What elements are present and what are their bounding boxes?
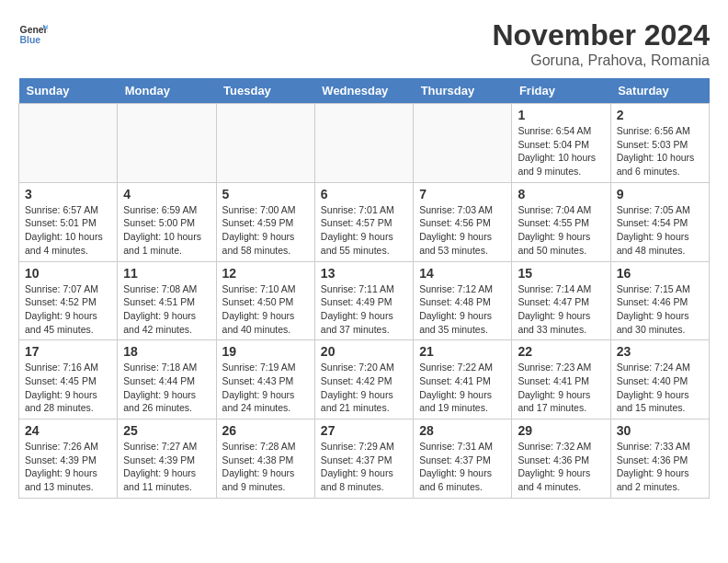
day-info: Sunrise: 7:05 AM Sunset: 4:54 PM Dayligh… [617, 203, 703, 258]
day-info: Sunrise: 6:57 AM Sunset: 5:01 PM Dayligh… [25, 203, 111, 258]
day-info: Sunrise: 7:11 AM Sunset: 4:49 PM Dayligh… [321, 282, 407, 337]
day-info: Sunrise: 7:19 AM Sunset: 4:43 PM Dayligh… [222, 361, 309, 415]
calendar-week-row: 17Sunrise: 7:16 AM Sunset: 4:45 PM Dayli… [19, 340, 710, 419]
day-number: 3 [25, 187, 111, 201]
calendar-day-cell [118, 104, 216, 183]
calendar-day-cell [19, 104, 118, 183]
calendar-day-cell: 21Sunrise: 7:22 AM Sunset: 4:41 PM Dayli… [414, 340, 512, 419]
calendar-day-cell: 12Sunrise: 7:10 AM Sunset: 4:50 PM Dayli… [216, 261, 314, 340]
day-number: 16 [617, 266, 703, 281]
svg-text:Blue: Blue [20, 35, 41, 45]
calendar-day-cell: 19Sunrise: 7:19 AM Sunset: 4:43 PM Dayli… [216, 340, 314, 419]
day-info: Sunrise: 7:33 AM Sunset: 4:36 PM Dayligh… [617, 440, 703, 494]
day-number: 4 [123, 187, 210, 201]
day-number: 1 [518, 108, 604, 122]
page-header: General Blue November 2024 Goruna, Praho… [18, 18, 710, 69]
calendar-day-cell: 30Sunrise: 7:33 AM Sunset: 4:36 PM Dayli… [610, 419, 709, 499]
calendar-day-cell: 25Sunrise: 7:27 AM Sunset: 4:39 PM Dayli… [118, 419, 216, 499]
calendar-day-cell: 17Sunrise: 7:16 AM Sunset: 4:45 PM Dayli… [19, 340, 118, 419]
calendar-day-cell: 28Sunrise: 7:31 AM Sunset: 4:37 PM Dayli… [414, 419, 512, 499]
day-number: 10 [25, 266, 111, 281]
day-number: 19 [222, 344, 309, 359]
day-number: 15 [518, 266, 604, 281]
day-info: Sunrise: 7:18 AM Sunset: 4:44 PM Dayligh… [123, 361, 210, 415]
day-info: Sunrise: 7:07 AM Sunset: 4:52 PM Dayligh… [25, 282, 111, 337]
calendar-week-row: 10Sunrise: 7:07 AM Sunset: 4:52 PM Dayli… [19, 261, 710, 340]
title-area: November 2024 Goruna, Prahova, Romania [492, 18, 710, 69]
day-info: Sunrise: 7:20 AM Sunset: 4:42 PM Dayligh… [321, 361, 407, 415]
day-number: 2 [617, 108, 703, 122]
calendar-day-cell: 18Sunrise: 7:18 AM Sunset: 4:44 PM Dayli… [118, 340, 216, 419]
calendar-day-cell: 15Sunrise: 7:14 AM Sunset: 4:47 PM Dayli… [512, 261, 610, 340]
calendar-day-cell: 20Sunrise: 7:20 AM Sunset: 4:42 PM Dayli… [314, 340, 413, 419]
calendar-day-cell [216, 104, 314, 183]
calendar-day-cell: 14Sunrise: 7:12 AM Sunset: 4:48 PM Dayli… [414, 261, 512, 340]
day-info: Sunrise: 7:22 AM Sunset: 4:41 PM Dayligh… [419, 361, 506, 415]
day-info: Sunrise: 7:03 AM Sunset: 4:56 PM Dayligh… [419, 203, 506, 258]
day-number: 12 [222, 266, 309, 281]
day-number: 5 [222, 187, 309, 201]
day-number: 22 [518, 344, 604, 359]
calendar-week-row: 24Sunrise: 7:26 AM Sunset: 4:39 PM Dayli… [19, 419, 710, 499]
calendar-body: 1Sunrise: 6:54 AM Sunset: 5:04 PM Daylig… [19, 104, 710, 499]
calendar-day-cell: 13Sunrise: 7:11 AM Sunset: 4:49 PM Dayli… [314, 261, 413, 340]
day-info: Sunrise: 7:00 AM Sunset: 4:59 PM Dayligh… [222, 203, 309, 258]
day-info: Sunrise: 6:54 AM Sunset: 5:04 PM Dayligh… [518, 124, 604, 178]
day-info: Sunrise: 7:14 AM Sunset: 4:47 PM Dayligh… [518, 282, 604, 337]
day-number: 8 [518, 187, 604, 201]
calendar-day-cell: 10Sunrise: 7:07 AM Sunset: 4:52 PM Dayli… [19, 261, 118, 340]
day-info: Sunrise: 7:08 AM Sunset: 4:51 PM Dayligh… [123, 282, 210, 337]
day-info: Sunrise: 7:10 AM Sunset: 4:50 PM Dayligh… [222, 282, 309, 337]
calendar-day-cell: 26Sunrise: 7:28 AM Sunset: 4:38 PM Dayli… [216, 419, 314, 499]
weekday-header-cell: Friday [512, 78, 610, 104]
calendar-day-cell: 29Sunrise: 7:32 AM Sunset: 4:36 PM Dayli… [512, 419, 610, 499]
day-number: 13 [321, 266, 407, 281]
calendar-day-cell: 9Sunrise: 7:05 AM Sunset: 4:54 PM Daylig… [610, 182, 709, 261]
day-number: 7 [419, 187, 506, 201]
day-number: 21 [419, 344, 506, 359]
calendar-day-cell: 24Sunrise: 7:26 AM Sunset: 4:39 PM Dayli… [19, 419, 118, 499]
weekday-header-cell: Wednesday [314, 78, 413, 104]
day-info: Sunrise: 7:24 AM Sunset: 4:40 PM Dayligh… [617, 361, 703, 415]
logo-icon: General Blue [18, 18, 48, 48]
day-number: 17 [25, 344, 111, 359]
weekday-header-cell: Sunday [19, 78, 118, 104]
day-info: Sunrise: 6:59 AM Sunset: 5:00 PM Dayligh… [123, 203, 210, 258]
weekday-header-cell: Tuesday [216, 78, 314, 104]
day-number: 24 [25, 423, 111, 438]
day-number: 29 [518, 423, 604, 438]
calendar-day-cell: 8Sunrise: 7:04 AM Sunset: 4:55 PM Daylig… [512, 182, 610, 261]
month-title: November 2024 [492, 18, 710, 52]
day-number: 23 [617, 344, 703, 359]
day-info: Sunrise: 7:29 AM Sunset: 4:37 PM Dayligh… [321, 440, 407, 494]
calendar-day-cell [414, 104, 512, 183]
day-info: Sunrise: 7:15 AM Sunset: 4:46 PM Dayligh… [617, 282, 703, 337]
day-info: Sunrise: 7:31 AM Sunset: 4:37 PM Dayligh… [419, 440, 506, 494]
day-info: Sunrise: 7:01 AM Sunset: 4:57 PM Dayligh… [321, 203, 407, 258]
day-info: Sunrise: 7:16 AM Sunset: 4:45 PM Dayligh… [25, 361, 111, 415]
calendar-day-cell [314, 104, 413, 183]
day-info: Sunrise: 7:04 AM Sunset: 4:55 PM Dayligh… [518, 203, 604, 258]
calendar-table: SundayMondayTuesdayWednesdayThursdayFrid… [18, 78, 710, 499]
logo: General Blue [18, 18, 48, 48]
calendar-day-cell: 3Sunrise: 6:57 AM Sunset: 5:01 PM Daylig… [19, 182, 118, 261]
day-info: Sunrise: 7:12 AM Sunset: 4:48 PM Dayligh… [419, 282, 506, 337]
day-number: 28 [419, 423, 506, 438]
location-subtitle: Goruna, Prahova, Romania [492, 52, 710, 69]
weekday-header-cell: Monday [118, 78, 216, 104]
calendar-week-row: 1Sunrise: 6:54 AM Sunset: 5:04 PM Daylig… [19, 104, 710, 183]
calendar-day-cell: 5Sunrise: 7:00 AM Sunset: 4:59 PM Daylig… [216, 182, 314, 261]
weekday-header-row: SundayMondayTuesdayWednesdayThursdayFrid… [19, 78, 710, 104]
day-number: 26 [222, 423, 309, 438]
day-number: 20 [321, 344, 407, 359]
calendar-day-cell: 1Sunrise: 6:54 AM Sunset: 5:04 PM Daylig… [512, 104, 610, 183]
weekday-header-cell: Thursday [414, 78, 512, 104]
weekday-header-cell: Saturday [610, 78, 709, 104]
calendar-day-cell: 2Sunrise: 6:56 AM Sunset: 5:03 PM Daylig… [610, 104, 709, 183]
calendar-day-cell: 22Sunrise: 7:23 AM Sunset: 4:41 PM Dayli… [512, 340, 610, 419]
calendar-day-cell: 16Sunrise: 7:15 AM Sunset: 4:46 PM Dayli… [610, 261, 709, 340]
day-number: 9 [617, 187, 703, 201]
calendar-day-cell: 4Sunrise: 6:59 AM Sunset: 5:00 PM Daylig… [118, 182, 216, 261]
day-info: Sunrise: 7:26 AM Sunset: 4:39 PM Dayligh… [25, 440, 111, 494]
calendar-day-cell: 6Sunrise: 7:01 AM Sunset: 4:57 PM Daylig… [314, 182, 413, 261]
